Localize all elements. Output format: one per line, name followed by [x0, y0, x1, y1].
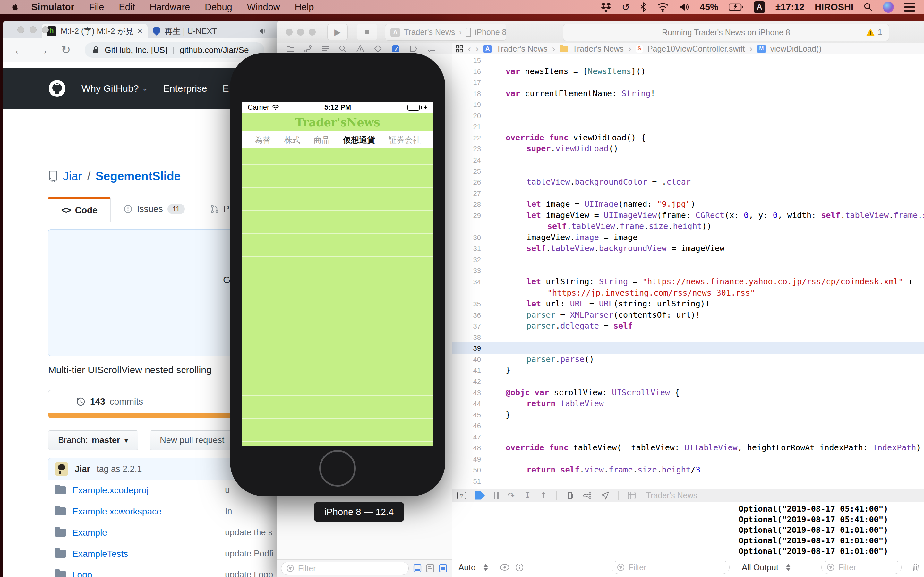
phone-tab[interactable]: 商品	[313, 133, 330, 147]
tab-audio-icon[interactable]	[259, 27, 267, 35]
phone-tab[interactable]: 仮想通貨	[342, 133, 376, 147]
spotlight-icon[interactable]	[864, 3, 873, 11]
notification-center-icon[interactable]	[904, 3, 915, 11]
window-controls[interactable]	[286, 29, 316, 35]
back-icon[interactable]: ←	[13, 44, 25, 56]
console-filter-field[interactable]: Filter	[821, 561, 901, 574]
menu-item[interactable]: Window	[247, 2, 280, 13]
crumb-project[interactable]: Trader's News	[496, 44, 548, 53]
commit-message-link[interactable]: update Logo	[225, 570, 273, 577]
nav-enterprise[interactable]: Enterprise	[163, 83, 207, 94]
commit-author[interactable]: Jiar	[75, 464, 90, 474]
crumb-file[interactable]: Page10ViewController.swift	[648, 44, 745, 53]
minimize-window-button[interactable]	[29, 26, 37, 33]
news-table[interactable]	[242, 148, 433, 446]
close-window-button[interactable]	[286, 29, 292, 35]
zoom-window-button[interactable]	[309, 29, 316, 35]
debug-console[interactable]: Optional("2019-08-17 05:41:00")Optional(…	[735, 502, 924, 577]
apple-menu-icon[interactable]	[11, 2, 19, 12]
browser-tab-hulu[interactable]: h M:I-2 (字) M:I-2 が見放 ×	[42, 24, 148, 39]
commit-message-link[interactable]: update the s	[225, 528, 273, 538]
close-window-button[interactable]	[17, 26, 24, 33]
repo-name-link[interactable]: SegementSlide	[95, 169, 181, 183]
repo-owner-link[interactable]: Jiar	[63, 169, 82, 183]
unsaved-files-filter-icon[interactable]	[439, 564, 447, 572]
time-machine-icon[interactable]: ↺	[622, 2, 630, 13]
crumb-group[interactable]: Trader's News	[572, 44, 624, 53]
dropbox-icon[interactable]	[601, 2, 612, 12]
phone-tab[interactable]: 証券会社	[388, 133, 421, 147]
simulate-location-icon[interactable]	[601, 492, 609, 500]
commit-message-link[interactable]: In	[225, 506, 232, 516]
simulator-window-title[interactable]: iPhone 8 — 12.4	[314, 502, 404, 522]
phone-tab[interactable]: 株式	[284, 133, 301, 147]
step-into-icon[interactable]: ↧	[524, 490, 531, 501]
menu-item[interactable]: Hardware	[150, 2, 190, 13]
variables-scope-select[interactable]: Auto	[459, 562, 476, 572]
wifi-icon[interactable]	[657, 3, 669, 11]
info-icon[interactable]	[515, 563, 523, 572]
scheme-selector[interactable]: A Trader's News › iPhone 8	[385, 24, 506, 41]
debug-navigator-icon[interactable]	[391, 45, 400, 53]
commit-message-link[interactable]: update Podfi	[225, 549, 274, 559]
run-button[interactable]: ▶	[327, 24, 348, 40]
hide-debug-area-icon[interactable]: ▽	[457, 492, 466, 500]
project-navigator-icon[interactable]	[286, 45, 294, 53]
commit-message-link[interactable]: u	[225, 485, 230, 495]
browser-tab-unext[interactable]: 再生 | U-NEXT	[148, 24, 272, 39]
test-navigator-icon[interactable]	[374, 45, 382, 53]
user-name[interactable]: HIROSHI	[814, 2, 853, 13]
step-out-icon[interactable]: ↥	[540, 490, 548, 501]
zoom-window-button[interactable]	[42, 26, 49, 33]
issue-navigator-icon[interactable]	[356, 45, 365, 53]
github-logo-icon[interactable]	[48, 79, 66, 97]
forward-icon[interactable]: ›	[475, 43, 479, 54]
find-navigator-icon[interactable]	[339, 45, 347, 53]
menu-item[interactable]: Simulator	[31, 2, 74, 13]
forward-icon[interactable]: →	[37, 44, 49, 56]
file-link[interactable]: Example.xcworkspace	[72, 506, 162, 517]
file-link[interactable]: ExampleTests	[72, 549, 128, 559]
reload-icon[interactable]: ↻	[61, 44, 71, 56]
phone-tab[interactable]: 為替	[254, 133, 271, 147]
breakpoints-toggle-icon[interactable]	[475, 492, 485, 500]
address-bar[interactable]: GitHub, Inc. [US] | github.com/Jiar/Se	[85, 42, 264, 58]
tab-code[interactable]: <> Code	[48, 197, 111, 222]
commits-stat[interactable]: 143commits	[76, 396, 143, 407]
warning-count[interactable]: 1	[866, 27, 882, 37]
menu-item[interactable]: Help	[295, 2, 314, 13]
tab-issues[interactable]: Issues 11	[111, 197, 198, 221]
navigator-filter-field[interactable]: Filter	[281, 562, 409, 575]
debug-process-name[interactable]: Trader's News	[646, 491, 697, 500]
show-values-icon[interactable]	[500, 564, 509, 571]
stop-button[interactable]: ■	[357, 24, 377, 40]
source-editor[interactable]: 1516var newsItems = [NewsItems]()1718var…	[452, 55, 924, 489]
view-debugger-icon[interactable]	[565, 492, 574, 500]
commit-message[interactable]: tag as 2.2.1	[97, 464, 142, 474]
clear-console-icon[interactable]	[912, 563, 919, 572]
crumb-symbol[interactable]: viewDidLoad()	[771, 44, 822, 53]
bluetooth-icon[interactable]	[640, 2, 646, 12]
input-source-badge[interactable]: A	[754, 1, 765, 13]
siri-icon[interactable]	[883, 2, 894, 13]
menu-item[interactable]: Edit	[119, 2, 135, 13]
report-navigator-icon[interactable]	[427, 45, 436, 53]
new-pull-request-button[interactable]: New pull request	[150, 430, 234, 450]
symbol-navigator-icon[interactable]	[321, 45, 329, 53]
breakpoint-navigator-icon[interactable]	[409, 45, 418, 53]
variables-filter-field[interactable]: Filter	[612, 561, 730, 574]
console-scope-select[interactable]: All Output	[742, 562, 779, 572]
file-link[interactable]: Example	[72, 528, 107, 538]
tab-close-icon[interactable]: ×	[137, 26, 142, 36]
back-icon[interactable]: ‹	[468, 43, 471, 54]
scm-status-filter-icon[interactable]	[426, 564, 435, 572]
minimize-window-button[interactable]	[297, 29, 304, 35]
file-link[interactable]: Logo	[72, 570, 92, 577]
menu-item[interactable]: File	[89, 2, 104, 13]
recent-files-filter-icon[interactable]	[413, 564, 422, 572]
nav-why-github[interactable]: Why GitHub?⌄	[81, 83, 148, 94]
memory-graph-icon[interactable]	[583, 492, 592, 500]
simulator-phone-window[interactable]: Carrier 5:12 PM Trader'sNews 為替株式商品仮想通貨証…	[230, 53, 445, 496]
file-link[interactable]: Example.xcodeproj	[72, 485, 149, 496]
branch-selector-button[interactable]: Branch:master ▾	[48, 430, 138, 450]
